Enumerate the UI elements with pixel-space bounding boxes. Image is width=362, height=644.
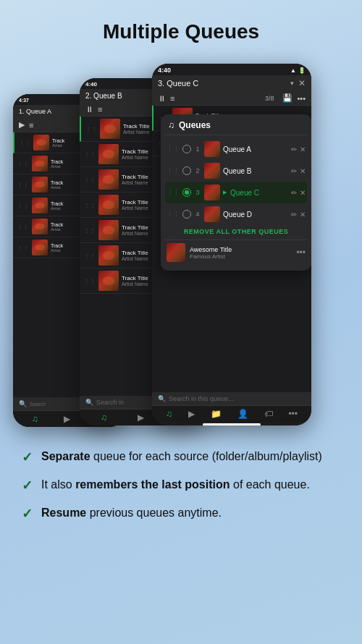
playing-icon: ▶ bbox=[223, 190, 227, 195]
nav-queue-icon[interactable]: ♫ bbox=[32, 414, 38, 424]
feature-text-2: It also remembers the last position of e… bbox=[41, 477, 310, 493]
track-count: 3/8 bbox=[265, 95, 274, 102]
current-track-thumbnail bbox=[167, 243, 185, 262]
drag-icon: ⋮⋮ bbox=[167, 211, 180, 218]
drag-icon: ⋮⋮ bbox=[167, 145, 180, 153]
queue-thumbnail-a bbox=[204, 141, 220, 157]
search-icon: 🔍 bbox=[158, 395, 166, 402]
current-track-info: Awesome Title Famous Artist bbox=[190, 246, 292, 260]
track-thumbnail bbox=[98, 195, 119, 215]
queue-header-3: 3. Queue C ▾ ✕ bbox=[152, 75, 311, 91]
search-bar-3[interactable]: 🔍 Search in this queue... bbox=[152, 392, 311, 405]
more-btn[interactable]: ••• bbox=[297, 94, 306, 103]
drag-icon: ⋮⋮ bbox=[84, 151, 96, 158]
queue-num-d: 4 bbox=[194, 211, 201, 218]
queue-name-b: Queue B bbox=[223, 167, 288, 175]
feature-item-1: ✓ Separate queue for each source (folder… bbox=[22, 449, 340, 465]
queue-title-3: 3. Queue C bbox=[158, 79, 290, 88]
remove-all-queues-btn[interactable]: REMOVE ALL OTHER QUEUES bbox=[165, 225, 307, 238]
overlay-title: ♫ Queues bbox=[165, 120, 307, 135]
queue-delete-btn-c[interactable]: ✕ bbox=[300, 189, 306, 197]
drag-icon: ⋮⋮ bbox=[17, 182, 29, 188]
queue-row-c[interactable]: ⋮⋮ 3 ▶ Queue C ✏ ✕ bbox=[165, 182, 307, 203]
save-btn[interactable]: 💾 bbox=[282, 93, 292, 103]
nav-queue-icon[interactable]: ♫ bbox=[166, 409, 172, 419]
nav-tag-icon[interactable]: 🏷 bbox=[264, 409, 273, 419]
queue-name-d: Queue D bbox=[223, 211, 288, 219]
track-thumbnail bbox=[32, 240, 48, 255]
nav-folder-icon[interactable]: 📁 bbox=[211, 409, 222, 419]
check-icon-2: ✓ bbox=[22, 478, 33, 493]
current-track: Awesome Title Famous Artist ••• bbox=[165, 240, 307, 265]
queue-thumbnail-c bbox=[204, 185, 220, 200]
queue-edit-btn-c[interactable]: ✏ bbox=[291, 189, 297, 197]
more-options-btn[interactable]: ••• bbox=[296, 247, 306, 258]
queues-overlay: ♫ Queues ⋮⋮ 1 Queue A ✏ ✕ ⋮⋮ 2 bbox=[161, 114, 311, 271]
queue-num-a: 1 bbox=[194, 145, 201, 153]
search-icon: 🔍 bbox=[19, 400, 27, 407]
phone-3: 4:40 ▲ 🔋 3. Queue C ▾ ✕ ⏸ ≡ 3/8 💾 ••• bbox=[152, 64, 311, 425]
check-icon-1: ✓ bbox=[22, 449, 33, 465]
drag-icon: ⋮⋮ bbox=[85, 126, 97, 132]
queue-edit-btn-b[interactable]: ✏ bbox=[291, 167, 297, 175]
nav-play-icon[interactable]: ▶ bbox=[138, 412, 144, 423]
queue-name-c: Queue C bbox=[230, 189, 288, 197]
queue-row-d[interactable]: ⋮⋮ 4 Queue D ✏ ✕ bbox=[165, 203, 307, 225]
page-title: Multiple Queues bbox=[0, 0, 362, 51]
drag-icon: ⋮⋮ bbox=[84, 227, 96, 234]
nav-play-icon[interactable]: ▶ bbox=[64, 414, 70, 424]
queue-delete-btn-b[interactable]: ✕ bbox=[300, 167, 306, 175]
phones-showcase: 4:37 ▶ 1. Queue A ▶ ≡ ⋮⋮ Track Artist bbox=[0, 58, 362, 434]
queue-name-a: Queue A bbox=[223, 145, 288, 153]
queue-edit-btn-d[interactable]: ✏ bbox=[291, 211, 297, 219]
status-icons-3: ▲ 🔋 bbox=[290, 67, 306, 74]
queue-thumbnail-b bbox=[204, 163, 220, 179]
drag-icon: ⋮⋮ bbox=[84, 177, 96, 183]
current-track-artist: Famous Artist bbox=[190, 253, 292, 260]
nav-more-icon[interactable]: ••• bbox=[288, 409, 298, 419]
track-thumbnail bbox=[98, 271, 119, 291]
queue-thumbnail-d bbox=[204, 206, 220, 222]
pause-btn-3[interactable]: ⏸ bbox=[158, 94, 166, 103]
queue-radio-b[interactable] bbox=[182, 166, 191, 175]
track-thumbnail bbox=[98, 245, 119, 266]
queue-radio-d[interactable] bbox=[182, 210, 191, 219]
nav-play-icon[interactable]: ▶ bbox=[188, 409, 195, 419]
current-track-title: Awesome Title bbox=[190, 246, 292, 253]
drag-icon: ⋮⋮ bbox=[84, 278, 96, 284]
queue-delete-btn-d[interactable]: ✕ bbox=[300, 211, 306, 219]
play-btn-1[interactable]: ▶ bbox=[19, 120, 25, 130]
search-placeholder-2: Search in bbox=[96, 399, 124, 406]
time-3: 4:40 bbox=[158, 67, 171, 74]
time-2: 4:40 bbox=[85, 81, 97, 88]
sort-btn-3[interactable]: ≡ bbox=[170, 94, 174, 103]
feature-item-3: ✓ Resume previous queues anytime. bbox=[22, 505, 340, 522]
queue-edit-btn-a[interactable]: ✏ bbox=[291, 145, 297, 153]
queue-delete-btn-a[interactable]: ✕ bbox=[300, 145, 306, 153]
sort-btn-1[interactable]: ≡ bbox=[29, 121, 33, 130]
queue-radio-c[interactable] bbox=[182, 188, 191, 197]
queue-dropdown-arrow[interactable]: ▾ bbox=[290, 80, 294, 87]
pause-btn-2[interactable]: ⏸ bbox=[85, 105, 93, 114]
queue-radio-a[interactable] bbox=[182, 145, 191, 153]
nav-person-icon[interactable]: 👤 bbox=[237, 409, 248, 419]
time-1: 4:37 bbox=[19, 98, 29, 103]
track-thumbnail bbox=[33, 135, 49, 151]
queue-row-a[interactable]: ⋮⋮ 1 Queue A ✏ ✕ bbox=[165, 138, 307, 160]
queue-row-b[interactable]: ⋮⋮ 2 Queue B ✏ ✕ bbox=[165, 160, 307, 182]
controls-bar-3: ⏸ ≡ 3/8 💾 ••• bbox=[152, 91, 311, 106]
track-thumbnail bbox=[32, 198, 48, 213]
track-thumbnail bbox=[32, 156, 48, 171]
track-thumbnail bbox=[32, 219, 48, 234]
nav-queue-icon[interactable]: ♫ bbox=[101, 412, 107, 423]
drag-icon: ⋮⋮ bbox=[167, 189, 180, 196]
queues-icon: ♫ bbox=[168, 120, 174, 130]
queue-close-btn[interactable]: ✕ bbox=[298, 78, 306, 88]
feature-text-3: Resume previous queues anytime. bbox=[41, 505, 222, 521]
sort-btn-2[interactable]: ≡ bbox=[98, 105, 102, 114]
bottom-indicator bbox=[203, 423, 261, 425]
track-thumbnail bbox=[32, 177, 48, 192]
track-thumbnail bbox=[98, 169, 119, 190]
queue-num-b: 2 bbox=[194, 167, 201, 174]
drag-icon: ⋮⋮ bbox=[17, 245, 29, 251]
